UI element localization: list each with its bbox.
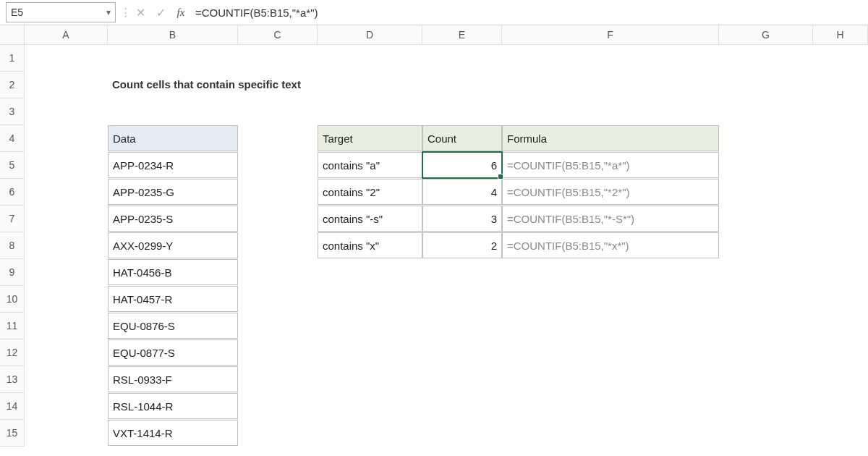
cell-G10[interactable] xyxy=(719,286,813,312)
cell-G6[interactable] xyxy=(719,179,813,205)
data-cell[interactable]: HAT-0456-B xyxy=(108,259,238,285)
cell-G7[interactable] xyxy=(719,206,813,232)
cell-E12[interactable] xyxy=(422,339,502,366)
data-cell[interactable]: APP-0235-S xyxy=(108,206,238,232)
cell-D10[interactable] xyxy=(318,286,422,312)
target-cell[interactable]: contains "2" xyxy=(318,179,422,205)
cell-A3[interactable] xyxy=(25,98,108,124)
cell-H11[interactable] xyxy=(813,313,868,339)
cell-C1[interactable] xyxy=(238,45,318,71)
data-cell[interactable]: APP-0234-R xyxy=(108,152,238,178)
cell-B1[interactable] xyxy=(108,45,238,71)
cell-A2[interactable] xyxy=(25,72,108,98)
cell-D11[interactable] xyxy=(318,313,422,339)
row-header-13[interactable]: 13 xyxy=(0,366,25,393)
cell-C8[interactable] xyxy=(238,232,318,258)
col-header-H[interactable]: H xyxy=(813,25,868,45)
col-header-G[interactable]: G xyxy=(719,25,813,45)
col-header-A[interactable]: A xyxy=(25,25,108,45)
cell-G4[interactable] xyxy=(719,125,813,151)
cell-G8[interactable] xyxy=(719,232,813,258)
cell-A6[interactable] xyxy=(25,179,108,205)
cell-E13[interactable] xyxy=(422,366,502,392)
cell-C6[interactable] xyxy=(238,179,318,205)
cell-G12[interactable] xyxy=(719,339,813,366)
row-header-8[interactable]: 8 xyxy=(0,232,25,259)
cell-A4[interactable] xyxy=(25,125,108,151)
row-header-5[interactable]: 5 xyxy=(0,152,25,179)
cell-A1[interactable] xyxy=(25,45,108,71)
count-cell-selected[interactable]: 6 xyxy=(422,152,502,178)
cell-A11[interactable] xyxy=(25,313,108,339)
cell-D3[interactable] xyxy=(318,98,422,124)
cell-E1[interactable] xyxy=(422,45,502,71)
cell-F15[interactable] xyxy=(502,420,719,446)
cell-A10[interactable] xyxy=(25,286,108,312)
page-title[interactable]: Count cells that contain specific text xyxy=(108,72,719,98)
cell-A14[interactable] xyxy=(25,393,108,419)
cell-G13[interactable] xyxy=(719,366,813,392)
row-header-11[interactable]: 11 xyxy=(0,313,25,339)
cell-F9[interactable] xyxy=(502,259,719,285)
formula-cell[interactable]: =COUNTIF(B5:B15,"*a*") xyxy=(502,152,719,178)
cell-H14[interactable] xyxy=(813,393,868,419)
formula-input[interactable]: =COUNTIF(B5:B15,"*a*") xyxy=(191,7,868,19)
cell-D9[interactable] xyxy=(318,259,422,285)
formula-header[interactable]: Formula xyxy=(502,125,719,151)
data-cell[interactable]: VXT-1414-R xyxy=(108,420,238,446)
count-header[interactable]: Count xyxy=(422,125,502,151)
cell-F12[interactable] xyxy=(502,339,719,366)
cell-C4[interactable] xyxy=(238,125,318,151)
cell-H10[interactable] xyxy=(813,286,868,312)
cell-A15[interactable] xyxy=(25,420,108,446)
cell-G11[interactable] xyxy=(719,313,813,339)
cell-G9[interactable] xyxy=(719,259,813,285)
row-header-6[interactable]: 6 xyxy=(0,179,25,206)
cell-H3[interactable] xyxy=(813,98,868,124)
cell-F14[interactable] xyxy=(502,393,719,419)
data-cell[interactable]: RSL-1044-R xyxy=(108,393,238,419)
cell-E10[interactable] xyxy=(422,286,502,312)
cell-F10[interactable] xyxy=(502,286,719,312)
cell-G14[interactable] xyxy=(719,393,813,419)
data-cell[interactable]: AXX-0299-Y xyxy=(108,232,238,258)
cell-B3[interactable] xyxy=(108,98,238,124)
cell-H6[interactable] xyxy=(813,179,868,205)
cell-C10[interactable] xyxy=(238,286,318,312)
chevron-down-icon[interactable]: ▾ xyxy=(102,7,115,17)
cell-C14[interactable] xyxy=(238,393,318,419)
cell-D12[interactable] xyxy=(318,339,422,366)
row-header-9[interactable]: 9 xyxy=(0,259,25,286)
spreadsheet-grid[interactable]: A B C D E F G H 1 2 Count cells that con… xyxy=(0,25,868,447)
formula-cell[interactable]: =COUNTIF(B5:B15,"*2*") xyxy=(502,179,719,205)
row-header-10[interactable]: 10 xyxy=(0,286,25,313)
cell-H15[interactable] xyxy=(813,420,868,446)
fx-icon[interactable]: fx xyxy=(171,7,191,19)
formula-cell[interactable]: =COUNTIF(B5:B15,"*x*") xyxy=(502,232,719,258)
col-header-F[interactable]: F xyxy=(502,25,719,45)
cell-H2[interactable] xyxy=(813,72,868,98)
cell-C12[interactable] xyxy=(238,339,318,366)
data-cell[interactable]: EQU-0876-S xyxy=(108,313,238,339)
count-cell[interactable]: 2 xyxy=(422,232,502,258)
cell-H9[interactable] xyxy=(813,259,868,285)
cell-G3[interactable] xyxy=(719,98,813,124)
col-header-B[interactable]: B xyxy=(108,25,238,45)
cancel-icon[interactable]: ✕ xyxy=(130,6,150,20)
target-header[interactable]: Target xyxy=(318,125,422,151)
cell-E15[interactable] xyxy=(422,420,502,446)
cell-H5[interactable] xyxy=(813,152,868,178)
cell-H4[interactable] xyxy=(813,125,868,151)
cell-A5[interactable] xyxy=(25,152,108,178)
cell-C11[interactable] xyxy=(238,313,318,339)
cell-E11[interactable] xyxy=(422,313,502,339)
cell-G15[interactable] xyxy=(719,420,813,446)
cell-A13[interactable] xyxy=(25,366,108,392)
cell-H8[interactable] xyxy=(813,232,868,258)
cell-E3[interactable] xyxy=(422,98,502,124)
data-cell[interactable]: RSL-0933-F xyxy=(108,366,238,392)
cell-C5[interactable] xyxy=(238,152,318,178)
accept-icon[interactable]: ✓ xyxy=(150,6,171,20)
cell-H1[interactable] xyxy=(813,45,868,71)
row-header-1[interactable]: 1 xyxy=(0,45,25,72)
